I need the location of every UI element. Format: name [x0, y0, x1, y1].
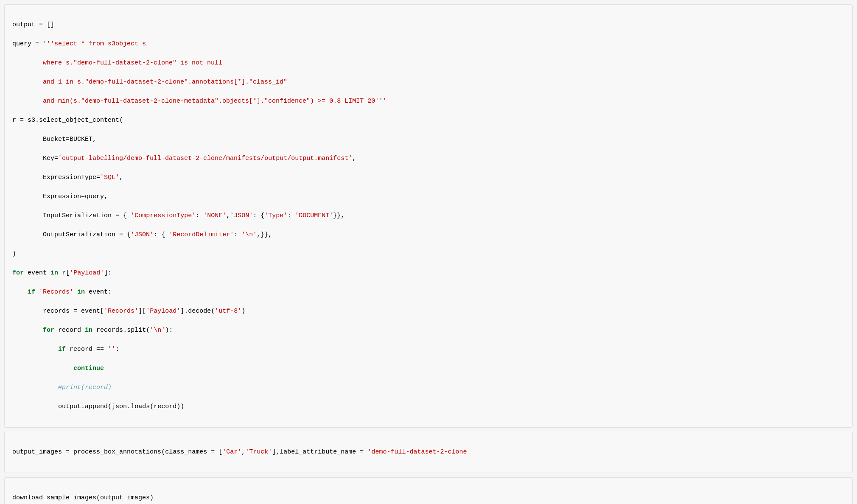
code-line: output = [] [12, 20, 845, 30]
code-line: output.append(json.loads(record)) [12, 402, 845, 412]
code-line: if 'Records' in event: [12, 288, 845, 297]
code-line: continue [12, 364, 845, 374]
code-line: if record == '': [12, 345, 845, 355]
code-line: output_images = process_box_annotations(… [12, 448, 845, 457]
code-line: OutputSerialization = {'JSON': { 'Record… [12, 230, 845, 240]
code-line: records = event['Records']['Payload'].de… [12, 307, 845, 316]
code-line: Key='output-labelling/demo-full-dataset-… [12, 154, 845, 164]
code-line: download_sample_images(output_images) [12, 493, 845, 503]
code-line: #print(record) [12, 383, 845, 393]
code-line: where s."demo-full-dataset-2-clone" is n… [12, 59, 845, 68]
code-line: and 1 in s."demo-full-dataset-2-clone".a… [12, 78, 845, 87]
code-line: Expression=query, [12, 192, 845, 202]
code-line: query = '''select * from s3object s [12, 39, 845, 49]
code-line: r = s3.select_object_content( [12, 116, 845, 126]
code-line: Bucket=BUCKET, [12, 135, 845, 145]
code-line: for record in records.split('\n'): [12, 326, 845, 336]
code-block-2: output_images = process_box_annotations(… [4, 432, 853, 473]
code-line: and min(s."demo-full-dataset-2-clone-met… [12, 97, 845, 106]
code-line: InputSerialization = { 'CompressionType'… [12, 211, 845, 221]
code-block-3: download_sample_images(output_images) [4, 477, 853, 504]
code-line: ExpressionType='SQL', [12, 173, 845, 183]
code-line: ) [12, 249, 845, 259]
code-line: for event in r['Payload']: [12, 269, 845, 278]
code-block-1: output = [] query = '''select * from s3o… [4, 4, 853, 428]
